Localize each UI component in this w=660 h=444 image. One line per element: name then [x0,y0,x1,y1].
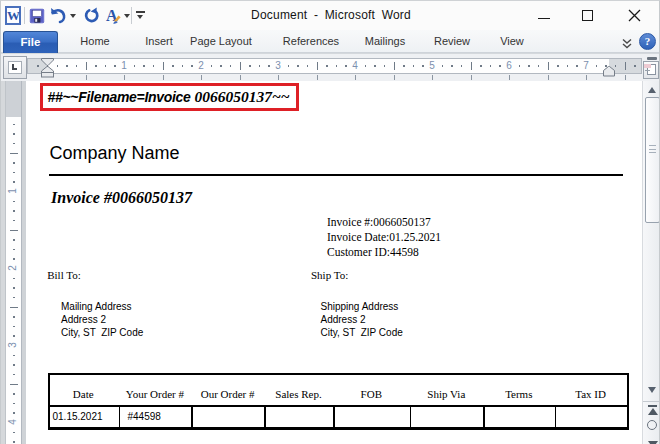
tab-insert[interactable]: Insert [145,30,173,52]
v-ruler-tick [10,230,18,231]
word-window: W A [0,0,660,444]
h-ruler-margin-tick [625,75,626,80]
h-ruler-tick [567,65,569,67]
h-ruler-tick [490,65,492,67]
v-ruler-tick [13,393,15,395]
ship-address-line2: Address 2 [321,313,403,326]
h-ruler-tick [451,65,453,67]
h-ruler-tick [317,62,318,70]
h-ruler-tick [163,62,164,70]
v-ruler-tick [13,287,15,289]
h-ruler-tick [365,65,367,67]
tab-home[interactable]: Home [80,30,109,52]
bill-to-address: Mailing Address Address 2 City, ST ZIP C… [61,300,143,339]
tab-references[interactable]: References [283,30,339,52]
tab-stop-selector[interactable] [3,56,27,80]
v-ruler-tick [10,307,18,308]
table-border-line [264,405,266,428]
h-ruler-number: 5 [429,61,435,71]
horizontal-ruler[interactable]: 1234567 [27,58,642,74]
h-ruler-number: 4 [352,61,358,71]
filename-stamp-box: ##~~Filename=Invoice 0066050137~~ [40,83,300,111]
first-line-indent-marker[interactable] [41,59,53,66]
minimize-button[interactable] [527,1,561,30]
v-ruler-tick [13,220,15,222]
scroll-down-button[interactable] [648,387,656,393]
h-ruler-margin-tick [586,75,587,80]
vertical-scrollbar[interactable] [642,81,660,444]
v-ruler-tick [13,316,15,318]
invoice-meta: Invoice #:0066050137 Invoice Date:01.25.… [327,215,441,260]
v-ruler-tick [10,153,18,154]
h-ruler-tick [114,65,116,67]
h-ruler-tick [422,65,424,67]
customer-id-line: Customer ID:44598 [327,245,441,260]
v-ruler-tick [13,258,15,260]
document-page[interactable]: ##~~Filename=Invoice 0066050137~~ Compan… [26,81,642,444]
scrollbar-thumb[interactable] [645,97,660,223]
split-pane-handle[interactable] [647,57,657,60]
table-border-line [627,373,629,430]
browse-object-button[interactable] [643,420,660,432]
v-ruler-tick [10,384,18,385]
v-ruler-tick [13,364,15,366]
h-ruler-number: 7 [583,61,589,71]
h-ruler-tick [538,65,540,67]
close-button[interactable] [618,1,652,30]
h-ruler-margin-tick [432,75,433,80]
h-ruler-margin-tick [124,75,125,80]
window-title: Document - Microsoft Word [1,8,660,22]
h-ruler-tick [326,65,328,67]
h-ruler-tick [625,62,626,70]
previous-page-button[interactable] [643,405,660,418]
col-header-your-order: Your Order # [119,388,192,401]
invoice-table: Date Your Order # Our Order # Sales Rep.… [26,81,642,444]
tab-page-layout[interactable]: Page Layout [190,30,252,52]
h-ruler-margin-tick [86,75,87,80]
view-ruler-toggle[interactable] [643,61,659,79]
vertical-ruler[interactable]: 1234 [6,81,22,444]
maximize-button[interactable] [571,1,605,30]
table-border-line [48,427,629,429]
h-ruler-tick [37,65,39,67]
hanging-indent-marker[interactable] [41,67,53,73]
table-border-line [48,405,629,407]
h-ruler-tick [634,65,636,67]
h-ruler-margin-tick [509,75,510,80]
table-border-line [555,405,557,428]
col-header-fob: FOB [333,388,410,401]
h-ruler-tick [345,65,347,67]
col-header-terms: Terms [483,388,555,401]
h-ruler-tick [220,65,222,67]
heading-rule [49,174,623,176]
v-ruler-tick [13,201,15,203]
expand-ribbon-button[interactable] [621,36,633,48]
cell-date: 01.15.2021 [53,411,103,422]
h-ruler-margin-tick [548,75,549,80]
v-ruler-number: 2 [7,262,19,274]
v-ruler-tick [13,297,15,299]
filename-stamp-number: 0066050137~~ [195,88,290,106]
v-ruler-tick [13,355,15,357]
tab-mailings[interactable]: Mailings [365,30,405,52]
ship-to-label: Ship To: [311,269,348,281]
h-ruler-number: 6 [506,61,512,71]
ship-address-line1: Shipping Address [321,300,403,313]
tab-file[interactable]: File [3,31,58,53]
h-ruler-tick [288,65,290,67]
col-header-ship-via: Ship Via [410,388,483,401]
h-ruler-margin-tick [394,75,395,80]
table-border-line [191,405,193,428]
scroll-up-button[interactable] [648,87,656,93]
tab-review[interactable]: Review [434,30,470,52]
v-ruler-tick [13,374,15,376]
document-area: 1234 ##~~Filename=Invoice 0066050137~~ C… [1,81,660,444]
double-chevron-down-icon [621,38,633,50]
help-button[interactable]: ? [639,33,656,50]
tab-view[interactable]: View [500,30,524,52]
h-ruler-tick [499,65,501,67]
h-ruler-tick [548,62,549,70]
tab-stop-left-icon [12,64,17,70]
h-ruler-tick [519,65,521,67]
h-ruler-tick [528,65,530,67]
